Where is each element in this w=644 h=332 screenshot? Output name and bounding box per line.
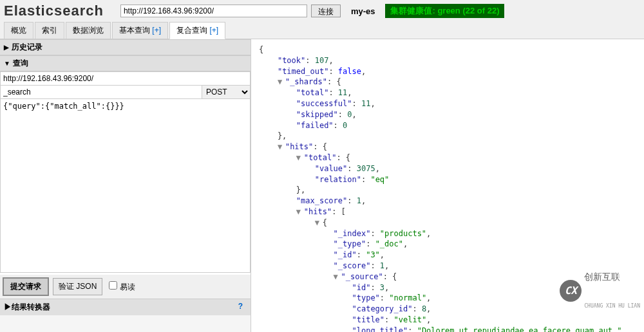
validate-json-button[interactable]: 验证 JSON	[53, 278, 102, 295]
cluster-name: my-es	[351, 6, 375, 16]
tab-basic-query[interactable]: 基本查询 [+]	[112, 22, 168, 39]
toggle-icon[interactable]: ▼	[296, 207, 304, 217]
header-bar: Elasticsearch 连接 my-es 集群健康值: green (22 …	[0, 0, 644, 22]
history-section-header[interactable]: ▶历史记录	[0, 39, 251, 55]
toggle-icon[interactable]: ▼	[278, 142, 285, 152]
help-icon[interactable]: ?	[238, 302, 247, 313]
toggle-icon[interactable]: ▼	[296, 152, 304, 163]
chevron-down-icon: ▼	[4, 60, 10, 67]
result-transformer-header[interactable]: ▶结果转换器	[4, 302, 50, 313]
toggle-icon[interactable]: ▼	[334, 272, 341, 282]
easy-read-checkbox[interactable]: 易读	[109, 281, 135, 293]
query-section-header[interactable]: ▼查询	[0, 55, 251, 71]
chevron-right-icon: ▶	[4, 302, 12, 311]
chevron-right-icon: ▶	[4, 44, 9, 51]
tab-bar: 概览 索引 数据浏览 基本查询 [+] 复合查询 [+]	[0, 22, 644, 39]
query-panel: ▶历史记录 ▼查询 POST {"query":{"match_all":{}}…	[0, 39, 251, 332]
app-logo: Elasticsearch	[4, 3, 104, 19]
query-url-input[interactable]	[0, 71, 251, 86]
plus-icon: [+]	[152, 26, 161, 35]
tab-indices[interactable]: 索引	[35, 22, 64, 39]
health-badge: 集群健康值: green (22 of 22)	[385, 4, 504, 18]
method-select[interactable]: POST	[202, 86, 251, 99]
toggle-icon[interactable]: ▼	[315, 217, 323, 228]
watermark: CX 创新互联 CHUANG XIN HU LIAN	[560, 250, 640, 331]
cluster-url-input[interactable]	[120, 5, 307, 17]
watermark-logo-icon: CX	[560, 280, 582, 302]
tab-browse[interactable]: 数据浏览	[66, 22, 111, 39]
endpoint-input[interactable]	[0, 86, 202, 99]
tab-compound-query[interactable]: 复合查询 [+]	[169, 22, 225, 39]
submit-button[interactable]: 提交请求	[3, 277, 49, 296]
response-viewer: { "took": 107, "timed_out": false, ▼"_sh…	[251, 39, 644, 332]
connect-button[interactable]: 连接	[311, 5, 341, 17]
query-body-textarea[interactable]: {"query":{"match_all":{}}}	[0, 99, 251, 273]
plus-icon: [+]	[209, 26, 218, 35]
toggle-icon[interactable]: ▼	[278, 77, 285, 88]
tab-overview[interactable]: 概览	[4, 22, 33, 39]
